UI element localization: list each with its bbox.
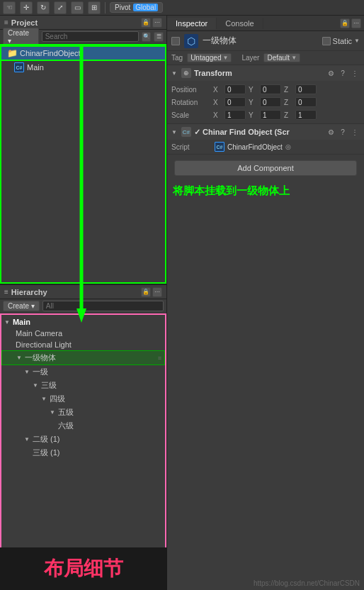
rotation-z-input[interactable] — [295, 97, 317, 107]
position-row: Position X Y Z — [171, 83, 360, 96]
project-tree: 📁 ChinarFindObject C# Main — [0, 44, 166, 75]
hierarchy-lock-icon[interactable]: 🔒 — [141, 287, 151, 297]
project-panel-title: Project — [11, 18, 38, 27]
layer-dropdown[interactable]: Default ▼ — [263, 53, 300, 62]
tag-label: Tag — [171, 54, 183, 62]
hierarchy-triangle-level1: ▼ — [16, 355, 22, 361]
static-checkbox[interactable] — [322, 37, 331, 45]
rotation-z-axis: Z — [284, 99, 292, 106]
hierarchy-label-yi: 一级 — [33, 367, 48, 377]
hierarchy-menu-icon[interactable]: ⋯ — [152, 287, 162, 297]
project-item-main[interactable]: C# Main — [0, 61, 166, 74]
hierarchy-item-yi[interactable]: ▼ 一级 — [1, 365, 165, 379]
project-lock-icon[interactable]: 🔒 — [141, 18, 151, 28]
hierarchy-item-san2[interactable]: 三级 (1) — [1, 446, 165, 460]
layer-label: Layer — [241, 54, 259, 62]
scale-tool-icon[interactable]: ⤢ — [54, 1, 67, 14]
hierarchy-toolbar: Create ▾ — [0, 299, 166, 313]
tag-value: Untagged — [190, 54, 221, 62]
hierarchy-item-level1[interactable]: ▼ 一级物体 ≡ — [1, 350, 165, 365]
tag-dropdown[interactable]: Untagged ▼ — [187, 53, 232, 62]
hierarchy-label-si: 四级 — [50, 394, 65, 404]
project-menu-icon[interactable]: ⋯ — [152, 18, 162, 28]
transform-overflow-icon[interactable]: ⋮ — [350, 68, 360, 78]
main-layout: ≡ Project 🔒 ⋯ Create ▾ 🔍 ☰ — [0, 16, 364, 590]
project-search-input[interactable] — [42, 31, 139, 42]
scale-row: Scale X Y Z — [171, 108, 360, 121]
script-help-icon[interactable]: ? — [338, 127, 348, 137]
script-link-icon[interactable]: ◎ — [285, 143, 291, 150]
rotation-x-input[interactable] — [224, 97, 246, 107]
transform-tool-icon[interactable]: ⊞ — [88, 1, 101, 14]
project-filter-icon[interactable]: ☰ — [154, 32, 164, 42]
position-y-input[interactable] — [260, 84, 281, 94]
hierarchy-label-maincamera: Main Camera — [16, 329, 62, 338]
object-active-checkbox[interactable] — [171, 37, 180, 45]
project-panel-controls: 🔒 ⋯ — [141, 18, 162, 28]
hierarchy-triangle-si: ▼ — [41, 396, 47, 402]
script-name: ChinarFindObject — [227, 143, 283, 151]
project-create-button[interactable]: Create ▾ — [3, 28, 39, 46]
hierarchy-triangle-main: ▼ — [4, 319, 10, 325]
script-settings-icon[interactable]: ⚙ — [326, 127, 336, 137]
hierarchy-item-si[interactable]: ▼ 四级 — [1, 392, 165, 406]
rotation-x-axis: X — [213, 99, 222, 106]
folder-icon: 📁 — [7, 48, 17, 58]
static-dropdown-arrow[interactable]: ▼ — [354, 38, 360, 44]
project-search-icon[interactable]: 🔍 — [142, 32, 152, 42]
transform-help-icon[interactable]: ? — [338, 68, 348, 78]
rotate-tool-icon[interactable]: ↻ — [37, 1, 50, 14]
hand-tool-icon[interactable]: ☜ — [3, 1, 16, 14]
hierarchy-item-main[interactable]: ▼ Main — [1, 316, 165, 328]
script-component-header[interactable]: ▼ C# ✓ Chinar Find Object (Scr ⚙ ? ⋮ — [167, 124, 364, 140]
top-toolbar: ☜ ✛ ↻ ⤢ ▭ ⊞ Pivot Global — [0, 0, 364, 16]
hierarchy-item-liu[interactable]: 六级 — [1, 419, 165, 433]
scale-z-input[interactable] — [295, 110, 317, 120]
right-tabs: Inspector Console 🔒 ⋯ — [167, 16, 364, 31]
hierarchy-label-main: Main — [13, 318, 30, 326]
position-z-input[interactable] — [295, 84, 317, 94]
rotation-y-input[interactable] — [260, 97, 281, 107]
position-x-input[interactable] — [224, 84, 246, 94]
add-component-button[interactable]: Add Component — [174, 160, 357, 176]
hierarchy-search-input[interactable] — [42, 301, 164, 311]
hierarchy-item-wu[interactable]: ▼ 五级 — [1, 406, 165, 419]
left-panel: ≡ Project 🔒 ⋯ Create ▾ 🔍 ☰ — [0, 16, 167, 590]
hierarchy-label-san: 三级 — [41, 380, 57, 391]
watermark: https://blog.csdn.net/ChinarCSDN — [254, 579, 360, 587]
scale-label: Scale — [171, 111, 210, 119]
position-label: Position — [171, 86, 210, 94]
tab-console[interactable]: Console — [217, 18, 263, 29]
hierarchy-create-button[interactable]: Create ▾ — [3, 301, 40, 311]
transform-name: Transform — [194, 69, 323, 77]
hierarchy-label-dirlight: Directional Light — [16, 340, 72, 349]
move-tool-icon[interactable]: ✛ — [20, 1, 33, 14]
hierarchy-triangle-san: ▼ — [33, 382, 38, 389]
object-name: 一级物体 — [203, 35, 318, 47]
hierarchy-panel-header: ≡ Hierarchy 🔒 ⋯ — [0, 285, 166, 299]
inspector-menu-icon[interactable]: ⋯ — [351, 18, 361, 28]
project-icon: ≡ — [4, 18, 8, 26]
script-component-name: ✓ Chinar Find Object (Scr — [194, 128, 323, 137]
hierarchy-item-dirlight[interactable]: Directional Light — [1, 339, 165, 350]
transform-component-header[interactable]: ▼ ⊕ Transform ⚙ ? ⋮ — [167, 65, 364, 81]
hierarchy-item-maincamera[interactable]: Main Camera — [1, 328, 165, 339]
script-component-icon: C# — [181, 127, 191, 137]
script-field-row: Script C# ChinarFindObject ◎ — [167, 140, 364, 154]
project-item-chinar[interactable]: 📁 ChinarFindObject — [0, 45, 166, 61]
scale-x-input[interactable] — [224, 110, 246, 120]
tab-inspector[interactable]: Inspector — [167, 18, 217, 29]
inspector-lock-icon[interactable]: 🔒 — [340, 18, 350, 28]
rect-tool-icon[interactable]: ▭ — [71, 1, 84, 14]
scale-y-input[interactable] — [260, 110, 281, 120]
hierarchy-scroll-indicator: ≡ — [158, 355, 161, 362]
tag-arrow: ▼ — [223, 55, 229, 61]
hierarchy-label-san2: 三级 (1) — [33, 447, 60, 458]
hierarchy-triangle-yi: ▼ — [24, 369, 30, 375]
hierarchy-item-san[interactable]: ▼ 三级 — [1, 379, 165, 392]
pivot-global-toggle[interactable]: Pivot Global — [110, 2, 163, 13]
script-overflow-icon[interactable]: ⋮ — [350, 127, 360, 137]
hierarchy-item-er[interactable]: ▼ 二级 (1) — [1, 433, 165, 446]
tag-layer-row: Tag Untagged ▼ Layer Default ▼ — [167, 51, 364, 65]
transform-settings-icon[interactable]: ⚙ — [326, 68, 336, 78]
